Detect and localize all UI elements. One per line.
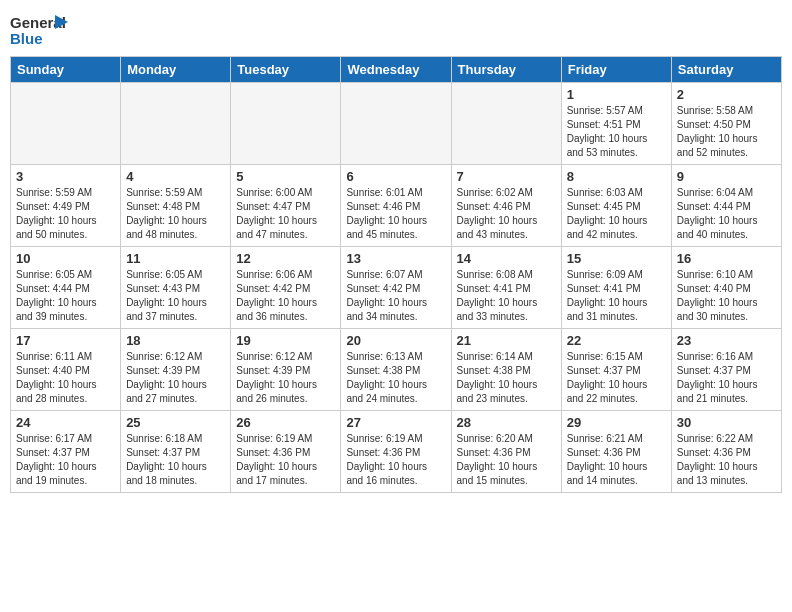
day-info: Sunrise: 6:06 AM Sunset: 4:42 PM Dayligh… <box>236 268 335 324</box>
day-info: Sunrise: 6:12 AM Sunset: 4:39 PM Dayligh… <box>126 350 225 406</box>
calendar-cell <box>451 83 561 165</box>
week-row-2: 3Sunrise: 5:59 AM Sunset: 4:49 PM Daylig… <box>11 165 782 247</box>
day-number: 20 <box>346 333 445 348</box>
day-number: 17 <box>16 333 115 348</box>
logo-icon: GeneralBlue <box>10 10 70 50</box>
day-info: Sunrise: 6:07 AM Sunset: 4:42 PM Dayligh… <box>346 268 445 324</box>
week-row-5: 24Sunrise: 6:17 AM Sunset: 4:37 PM Dayli… <box>11 411 782 493</box>
day-info: Sunrise: 6:15 AM Sunset: 4:37 PM Dayligh… <box>567 350 666 406</box>
day-info: Sunrise: 6:03 AM Sunset: 4:45 PM Dayligh… <box>567 186 666 242</box>
calendar-cell: 4Sunrise: 5:59 AM Sunset: 4:48 PM Daylig… <box>121 165 231 247</box>
calendar-cell: 20Sunrise: 6:13 AM Sunset: 4:38 PM Dayli… <box>341 329 451 411</box>
day-number: 28 <box>457 415 556 430</box>
week-row-3: 10Sunrise: 6:05 AM Sunset: 4:44 PM Dayli… <box>11 247 782 329</box>
day-number: 22 <box>567 333 666 348</box>
page: GeneralBlue SundayMondayTuesdayWednesday… <box>0 0 792 612</box>
day-number: 29 <box>567 415 666 430</box>
day-info: Sunrise: 6:01 AM Sunset: 4:46 PM Dayligh… <box>346 186 445 242</box>
day-info: Sunrise: 6:10 AM Sunset: 4:40 PM Dayligh… <box>677 268 776 324</box>
day-number: 8 <box>567 169 666 184</box>
calendar-cell: 6Sunrise: 6:01 AM Sunset: 4:46 PM Daylig… <box>341 165 451 247</box>
calendar-cell: 7Sunrise: 6:02 AM Sunset: 4:46 PM Daylig… <box>451 165 561 247</box>
header: GeneralBlue <box>10 10 782 50</box>
day-number: 25 <box>126 415 225 430</box>
day-info: Sunrise: 6:09 AM Sunset: 4:41 PM Dayligh… <box>567 268 666 324</box>
day-info: Sunrise: 6:18 AM Sunset: 4:37 PM Dayligh… <box>126 432 225 488</box>
day-header-saturday: Saturday <box>671 57 781 83</box>
day-info: Sunrise: 6:16 AM Sunset: 4:37 PM Dayligh… <box>677 350 776 406</box>
day-info: Sunrise: 6:13 AM Sunset: 4:38 PM Dayligh… <box>346 350 445 406</box>
calendar-table: SundayMondayTuesdayWednesdayThursdayFrid… <box>10 56 782 493</box>
calendar-cell: 22Sunrise: 6:15 AM Sunset: 4:37 PM Dayli… <box>561 329 671 411</box>
day-number: 6 <box>346 169 445 184</box>
day-number: 11 <box>126 251 225 266</box>
calendar-cell: 24Sunrise: 6:17 AM Sunset: 4:37 PM Dayli… <box>11 411 121 493</box>
calendar-cell: 23Sunrise: 6:16 AM Sunset: 4:37 PM Dayli… <box>671 329 781 411</box>
calendar-cell <box>121 83 231 165</box>
calendar-cell: 26Sunrise: 6:19 AM Sunset: 4:36 PM Dayli… <box>231 411 341 493</box>
day-number: 27 <box>346 415 445 430</box>
day-info: Sunrise: 6:20 AM Sunset: 4:36 PM Dayligh… <box>457 432 556 488</box>
calendar-cell: 25Sunrise: 6:18 AM Sunset: 4:37 PM Dayli… <box>121 411 231 493</box>
day-number: 9 <box>677 169 776 184</box>
calendar-cell: 27Sunrise: 6:19 AM Sunset: 4:36 PM Dayli… <box>341 411 451 493</box>
day-info: Sunrise: 6:04 AM Sunset: 4:44 PM Dayligh… <box>677 186 776 242</box>
calendar-cell: 28Sunrise: 6:20 AM Sunset: 4:36 PM Dayli… <box>451 411 561 493</box>
day-number: 30 <box>677 415 776 430</box>
day-info: Sunrise: 6:11 AM Sunset: 4:40 PM Dayligh… <box>16 350 115 406</box>
day-number: 12 <box>236 251 335 266</box>
calendar-cell: 17Sunrise: 6:11 AM Sunset: 4:40 PM Dayli… <box>11 329 121 411</box>
week-row-4: 17Sunrise: 6:11 AM Sunset: 4:40 PM Dayli… <box>11 329 782 411</box>
calendar-cell: 5Sunrise: 6:00 AM Sunset: 4:47 PM Daylig… <box>231 165 341 247</box>
calendar-cell: 29Sunrise: 6:21 AM Sunset: 4:36 PM Dayli… <box>561 411 671 493</box>
day-info: Sunrise: 5:59 AM Sunset: 4:49 PM Dayligh… <box>16 186 115 242</box>
day-info: Sunrise: 6:19 AM Sunset: 4:36 PM Dayligh… <box>236 432 335 488</box>
week-row-1: 1Sunrise: 5:57 AM Sunset: 4:51 PM Daylig… <box>11 83 782 165</box>
day-number: 15 <box>567 251 666 266</box>
calendar-cell: 16Sunrise: 6:10 AM Sunset: 4:40 PM Dayli… <box>671 247 781 329</box>
day-info: Sunrise: 5:58 AM Sunset: 4:50 PM Dayligh… <box>677 104 776 160</box>
day-info: Sunrise: 6:22 AM Sunset: 4:36 PM Dayligh… <box>677 432 776 488</box>
day-number: 13 <box>346 251 445 266</box>
day-info: Sunrise: 6:12 AM Sunset: 4:39 PM Dayligh… <box>236 350 335 406</box>
day-header-wednesday: Wednesday <box>341 57 451 83</box>
day-number: 18 <box>126 333 225 348</box>
day-info: Sunrise: 5:57 AM Sunset: 4:51 PM Dayligh… <box>567 104 666 160</box>
day-number: 4 <box>126 169 225 184</box>
day-number: 3 <box>16 169 115 184</box>
logo: GeneralBlue <box>10 10 70 50</box>
day-number: 21 <box>457 333 556 348</box>
day-header-sunday: Sunday <box>11 57 121 83</box>
day-info: Sunrise: 6:19 AM Sunset: 4:36 PM Dayligh… <box>346 432 445 488</box>
day-header-tuesday: Tuesday <box>231 57 341 83</box>
calendar-cell: 14Sunrise: 6:08 AM Sunset: 4:41 PM Dayli… <box>451 247 561 329</box>
day-header-monday: Monday <box>121 57 231 83</box>
calendar-cell: 9Sunrise: 6:04 AM Sunset: 4:44 PM Daylig… <box>671 165 781 247</box>
day-number: 5 <box>236 169 335 184</box>
day-number: 24 <box>16 415 115 430</box>
calendar-cell: 2Sunrise: 5:58 AM Sunset: 4:50 PM Daylig… <box>671 83 781 165</box>
calendar-cell <box>231 83 341 165</box>
calendar-cell: 18Sunrise: 6:12 AM Sunset: 4:39 PM Dayli… <box>121 329 231 411</box>
day-info: Sunrise: 6:14 AM Sunset: 4:38 PM Dayligh… <box>457 350 556 406</box>
calendar-cell: 12Sunrise: 6:06 AM Sunset: 4:42 PM Dayli… <box>231 247 341 329</box>
calendar-cell: 11Sunrise: 6:05 AM Sunset: 4:43 PM Dayli… <box>121 247 231 329</box>
calendar-cell: 19Sunrise: 6:12 AM Sunset: 4:39 PM Dayli… <box>231 329 341 411</box>
calendar-cell: 10Sunrise: 6:05 AM Sunset: 4:44 PM Dayli… <box>11 247 121 329</box>
day-number: 26 <box>236 415 335 430</box>
svg-text:Blue: Blue <box>10 30 43 47</box>
calendar-cell: 15Sunrise: 6:09 AM Sunset: 4:41 PM Dayli… <box>561 247 671 329</box>
day-header-friday: Friday <box>561 57 671 83</box>
day-header-thursday: Thursday <box>451 57 561 83</box>
day-number: 1 <box>567 87 666 102</box>
calendar-cell: 30Sunrise: 6:22 AM Sunset: 4:36 PM Dayli… <box>671 411 781 493</box>
day-number: 7 <box>457 169 556 184</box>
header-row: SundayMondayTuesdayWednesdayThursdayFrid… <box>11 57 782 83</box>
day-number: 23 <box>677 333 776 348</box>
day-number: 2 <box>677 87 776 102</box>
day-info: Sunrise: 6:21 AM Sunset: 4:36 PM Dayligh… <box>567 432 666 488</box>
day-number: 19 <box>236 333 335 348</box>
day-number: 14 <box>457 251 556 266</box>
day-number: 10 <box>16 251 115 266</box>
day-info: Sunrise: 6:08 AM Sunset: 4:41 PM Dayligh… <box>457 268 556 324</box>
